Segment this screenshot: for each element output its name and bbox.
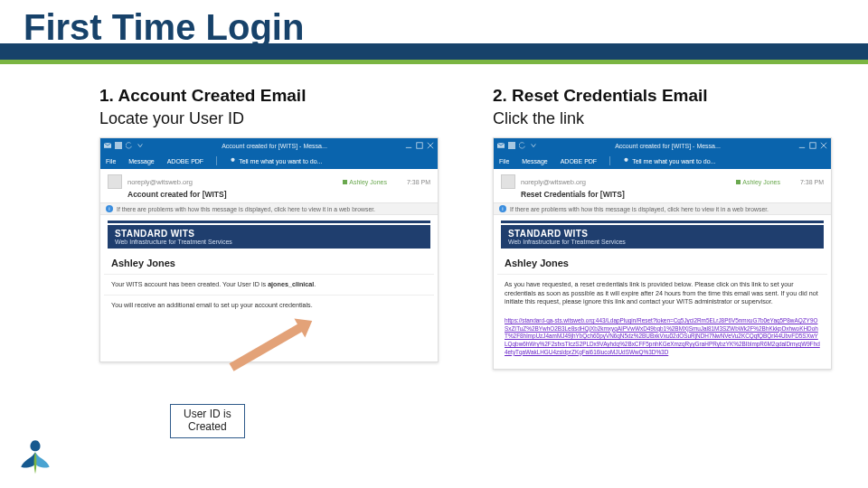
svg-point-4 xyxy=(231,158,235,162)
brand-top-rule xyxy=(501,221,824,223)
tab-message[interactable]: Message xyxy=(522,158,547,164)
avatar xyxy=(108,174,122,189)
maximize-icon[interactable] xyxy=(809,142,816,149)
brand-name: STANDARD WITS xyxy=(508,229,816,239)
column-reset-credentials: 2. Reset Credentials Email Click the lin… xyxy=(493,86,832,370)
email-body-line-userid: Your WITS account has been created. Your… xyxy=(104,274,434,295)
tab-message[interactable]: Message xyxy=(128,158,154,164)
svg-rect-6 xyxy=(508,142,515,149)
page-title: First Time Login xyxy=(24,7,304,48)
svg-rect-1 xyxy=(115,142,122,149)
info-bar-text: If there are problems with how this mess… xyxy=(510,206,769,212)
window-title-text: Account created for [WITS] - Messa... xyxy=(147,143,401,149)
window-title-text: Account created for [WITS] - Messa... xyxy=(541,143,795,149)
body-line1-lead: Your WITS account has been created. Your… xyxy=(111,280,268,288)
save-icon[interactable] xyxy=(115,142,122,149)
close-icon[interactable] xyxy=(427,142,434,149)
callout-box: User ID is Created xyxy=(170,404,245,438)
maximize-icon[interactable] xyxy=(416,142,423,149)
message-header: noreply@witsweb.org Ashley Jones 7:38 PM… xyxy=(100,169,438,202)
svg-point-9 xyxy=(625,158,628,162)
lightbulb-icon xyxy=(623,157,629,164)
chevron-down-icon[interactable] xyxy=(530,142,537,149)
message-subject: Reset Credentials for [WITS] xyxy=(521,190,824,199)
info-bar-text: If there are problems with how this mess… xyxy=(117,206,375,212)
received-time: 7:38 PM xyxy=(407,179,430,185)
info-icon: i xyxy=(499,205,506,212)
svg-rect-3 xyxy=(417,143,422,148)
from-address: noreply@witsweb.org xyxy=(521,178,586,186)
email-greeting: Ashley Jones xyxy=(497,249,827,274)
tell-me[interactable]: Tell me what you want to do... xyxy=(623,157,715,164)
company-logo-icon xyxy=(14,434,56,475)
callout-line2: Created xyxy=(184,421,231,434)
callout-line1: User ID is xyxy=(184,408,231,421)
callout-group: User ID is Created xyxy=(99,377,425,440)
col2-heading: 2. Reset Credentials Email xyxy=(493,86,832,106)
brand-top-rule xyxy=(108,221,430,223)
email-body-line-followup: You will receive an additional email to … xyxy=(104,295,434,315)
save-icon[interactable] xyxy=(508,142,515,149)
ribbon-separator xyxy=(609,156,610,165)
from-address: noreply@witsweb.org xyxy=(127,178,193,186)
col2-subheading: Click the link xyxy=(493,109,832,128)
header: First Time Login xyxy=(0,0,868,77)
recipient-name: Ashley Jones xyxy=(742,179,780,185)
avatar xyxy=(501,174,515,189)
ribbon: File Message ADOBE PDF Tell me what you … xyxy=(100,153,438,169)
received-time: 7:38 PM xyxy=(800,179,824,185)
brand-banner: STANDARD WITS Web Infrastructure for Tre… xyxy=(108,225,430,249)
brand-tagline: Web Infrastructure for Treatment Service… xyxy=(508,239,816,245)
window-titlebar: Account created for [WITS] - Messa... xyxy=(494,138,831,153)
brand-banner: STANDARD WITS Web Infrastructure for Tre… xyxy=(501,225,824,249)
window-titlebar: Account created for [WITS] - Messa... xyxy=(100,138,438,153)
outlook-window-account-created: Account created for [WITS] - Messa... Fi… xyxy=(99,137,439,362)
tell-me-text: Tell me what you want to do... xyxy=(632,158,715,164)
body-line1-tail: . xyxy=(314,280,316,288)
info-bar[interactable]: i If there are problems with how this me… xyxy=(494,202,831,215)
close-icon[interactable] xyxy=(820,142,827,149)
tab-file[interactable]: File xyxy=(499,158,509,164)
mail-envelope-icon xyxy=(497,142,505,149)
minimize-icon[interactable] xyxy=(405,142,412,149)
undo-icon[interactable] xyxy=(126,142,133,149)
recipient-tag: Ashley Jones xyxy=(341,179,389,185)
recipient-square-icon xyxy=(736,180,741,184)
email-greeting: Ashley Jones xyxy=(104,249,434,274)
tab-adobe-pdf[interactable]: ADOBE PDF xyxy=(561,158,597,164)
tab-adobe-pdf[interactable]: ADOBE PDF xyxy=(167,158,203,164)
brand-tagline: Web Infrastructure for Treatment Service… xyxy=(115,239,423,245)
ribbon: File Message ADOBE PDF Tell me what you … xyxy=(494,153,831,169)
tell-me-text: Tell me what you want to do... xyxy=(239,158,322,164)
reset-credentials-link[interactable]: https://standard-qa-sts.witsweb.org:443/… xyxy=(497,312,827,363)
info-bar[interactable]: i If there are problems with how this me… xyxy=(100,202,438,215)
undo-icon[interactable] xyxy=(519,142,526,149)
recipient-tag: Ashley Jones xyxy=(734,179,782,185)
chevron-down-icon[interactable] xyxy=(137,142,144,149)
ribbon-separator xyxy=(216,156,217,165)
tab-file[interactable]: File xyxy=(106,158,116,164)
lightbulb-icon xyxy=(230,157,236,164)
email-body-instructions: As you have requested, a reset credentia… xyxy=(497,274,827,312)
minimize-icon[interactable] xyxy=(798,142,806,149)
brand-name: STANDARD WITS xyxy=(115,229,423,239)
outlook-window-reset-credentials: Account created for [WITS] - Messa... Fi… xyxy=(493,137,832,370)
message-body: STANDARD WITS Web Infrastructure for Tre… xyxy=(494,215,831,369)
user-id-value: ajones_clinical xyxy=(268,280,314,288)
col1-subheading: Locate your User ID xyxy=(99,109,439,128)
message-header: noreply@witsweb.org Ashley Jones 7:38 PM… xyxy=(494,169,831,202)
col1-heading: 1. Account Created Email xyxy=(99,86,439,106)
recipient-square-icon xyxy=(343,180,347,184)
column-account-created: 1. Account Created Email Locate your Use… xyxy=(99,86,439,370)
svg-rect-8 xyxy=(810,143,816,148)
content-columns: 1. Account Created Email Locate your Use… xyxy=(0,77,868,370)
info-icon: i xyxy=(106,205,113,212)
tell-me[interactable]: Tell me what you want to do... xyxy=(230,157,322,164)
mail-envelope-icon xyxy=(104,142,111,149)
header-accent xyxy=(0,60,868,64)
message-subject: Account created for [WITS] xyxy=(127,190,430,199)
recipient-name: Ashley Jones xyxy=(349,179,387,185)
